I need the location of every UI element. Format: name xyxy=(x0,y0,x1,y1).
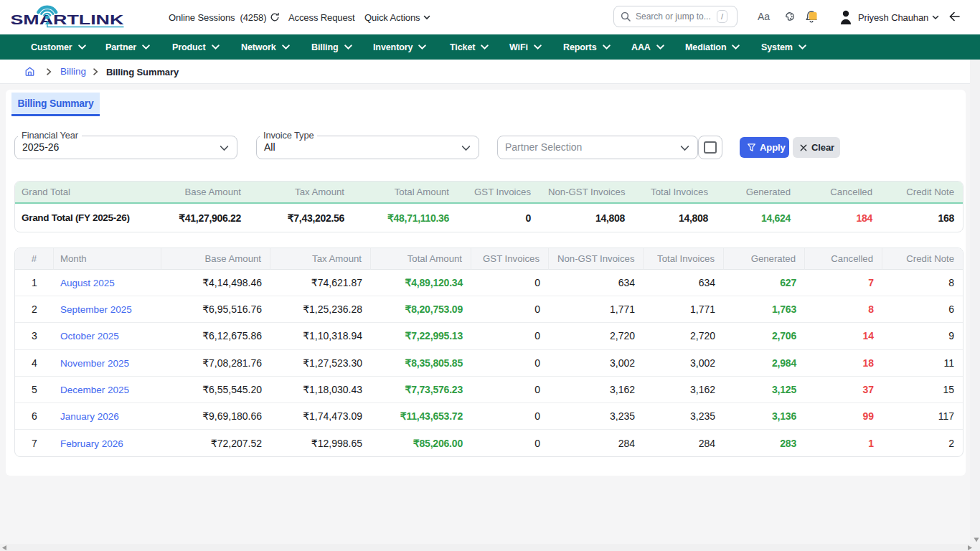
svg-text:SMARTLINK: SMARTLINK xyxy=(10,13,124,27)
